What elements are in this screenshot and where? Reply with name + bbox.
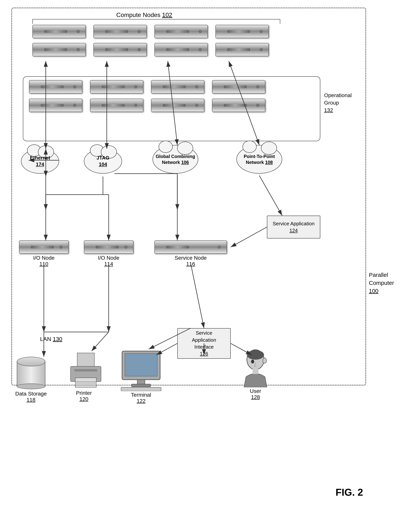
user: User128 [240, 349, 271, 400]
svg-rect-13 [253, 368, 258, 374]
parallel-computer-label: Parallel Computer 100 [369, 271, 408, 295]
ptp-cloud: Point-To-PointNetwork 108 [236, 145, 282, 174]
compute-node-13 [29, 99, 82, 112]
user-icon [240, 349, 271, 387]
terminal: Terminal122 [118, 349, 164, 404]
figure-label: FIG. 2 [336, 487, 363, 498]
io-node-114-unit: I/O Node114 [84, 240, 134, 267]
compute-node-15 [151, 99, 204, 112]
svg-rect-3 [75, 382, 96, 385]
compute-node-7 [154, 43, 208, 56]
svg-rect-4 [74, 369, 97, 371]
compute-row-4 [29, 99, 265, 112]
lan-label: LAN 130 [40, 336, 62, 342]
svg-rect-8 [132, 384, 151, 387]
svg-point-12 [263, 358, 267, 363]
compute-nodes-brace [32, 19, 280, 24]
compute-node-12 [212, 80, 265, 93]
compute-node-9 [29, 80, 82, 93]
printer: Printer120 [65, 351, 103, 402]
compute-node-16 [212, 99, 265, 112]
gcn-cloud: Global CombiningNetwork 106 [152, 145, 198, 174]
compute-row-3 [29, 80, 265, 93]
compute-node-3 [154, 25, 208, 38]
compute-node-1 [32, 25, 86, 38]
compute-node-4 [215, 25, 269, 38]
compute-row-2 [32, 43, 269, 56]
sai-box: ServiceApplicationInterface126 [177, 328, 231, 359]
svg-rect-7 [137, 380, 145, 384]
svg-rect-9 [121, 387, 161, 391]
compute-node-10 [90, 80, 143, 93]
compute-nodes-label: Compute Nodes 102 [116, 11, 172, 18]
printer-icon [65, 351, 103, 389]
data-storage: Data Storage118 [15, 357, 47, 403]
svg-point-11 [247, 350, 264, 360]
operational-group-label: OperationalGroup132 [324, 92, 352, 114]
compute-row-1 [32, 25, 269, 38]
compute-node-2 [93, 25, 147, 38]
ethernet-cloud: Ethernet174 [21, 149, 59, 174]
service-node-unit: Service Node116 [154, 240, 227, 267]
compute-node-14 [90, 99, 143, 112]
service-application-box: Service Application124 [267, 215, 320, 238]
operational-group-boundary [23, 76, 320, 141]
io-node-110-unit: I/O Node110 [19, 240, 69, 267]
compute-node-6 [93, 43, 147, 56]
compute-node-11 [151, 80, 204, 93]
diagram-container: Parallel Computer 100 Compute Nodes 102 [11, 8, 408, 507]
svg-rect-6 [125, 353, 157, 376]
terminal-icon [118, 349, 164, 391]
svg-point-14 [251, 360, 254, 363]
compute-node-8 [215, 43, 269, 56]
jtag-cloud: JTAG104 [84, 149, 122, 174]
compute-node-5 [32, 43, 86, 56]
